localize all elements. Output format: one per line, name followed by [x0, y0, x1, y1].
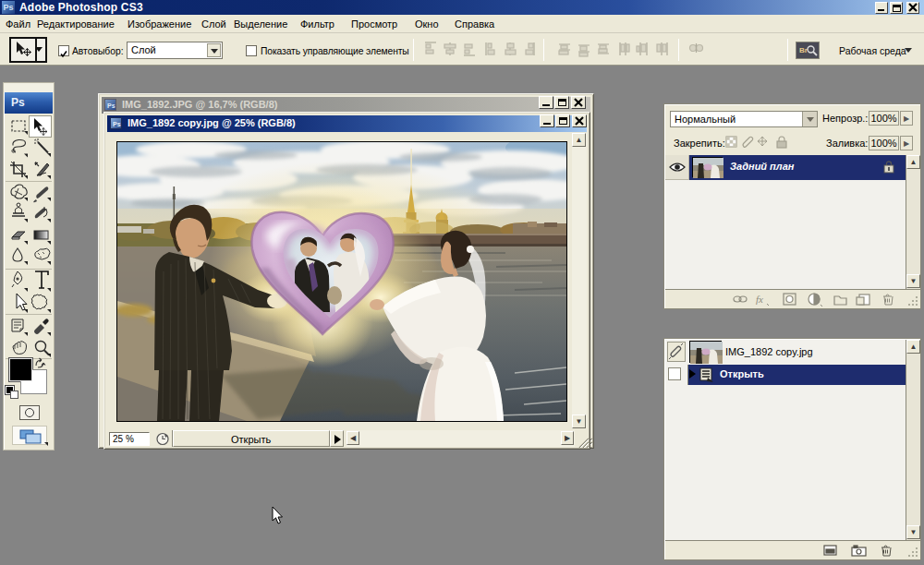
svg-text:fx: fx	[756, 294, 763, 305]
